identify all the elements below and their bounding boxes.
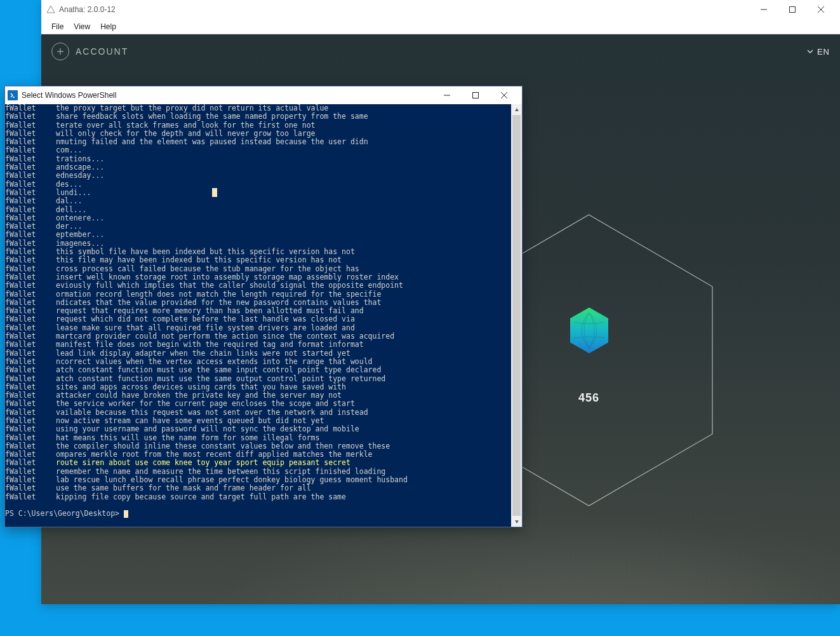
svg-marker-14 bbox=[515, 520, 519, 524]
console-line: fWalletder... bbox=[5, 222, 511, 231]
console-line: fWalletthe proxy target but the proxy di… bbox=[5, 104, 511, 112]
console-line: fWalletlab rescue lunch elbow recall phr… bbox=[5, 476, 511, 484]
powershell-output[interactable]: fWalletthe proxy target but the proxy di… bbox=[5, 104, 511, 527]
console-line: fWalletncorrect values when the vertex a… bbox=[5, 358, 511, 366]
console-line: fWalletdell... bbox=[5, 206, 511, 214]
console-line: fWalletatch constant function must use t… bbox=[5, 375, 511, 383]
ps-minimize-button[interactable] bbox=[432, 87, 461, 104]
maximize-button[interactable] bbox=[778, 1, 806, 19]
powershell-scrollbar[interactable] bbox=[511, 104, 522, 527]
powershell-titlebar[interactable]: Select Windows PowerShell bbox=[5, 86, 522, 104]
anatha-window-controls bbox=[749, 1, 835, 19]
wallet-logo-icon bbox=[568, 306, 611, 355]
powershell-window-controls bbox=[432, 87, 518, 104]
console-line: fWalletmanifest file does not begin with… bbox=[5, 341, 511, 349]
console-line: fWalletsites and apps across devices usi… bbox=[5, 383, 511, 391]
scrollbar-down-button[interactable] bbox=[511, 516, 522, 527]
anatha-app-icon bbox=[46, 5, 55, 14]
console-line: fWalletmartcard provider could not perfo… bbox=[5, 332, 511, 341]
console-line: fWalletuse the same buffers for the mask… bbox=[5, 484, 511, 492]
console-line: fWalletremember the name and measure the… bbox=[5, 468, 511, 476]
svg-marker-0 bbox=[47, 6, 55, 13]
svg-marker-13 bbox=[515, 108, 519, 111]
language-button[interactable]: EN bbox=[807, 47, 830, 57]
console-line: fWalletthis symbol file have been indexe… bbox=[5, 248, 511, 256]
console-line: fWalletthe service worker for the curren… bbox=[5, 400, 511, 408]
console-line: fWalletandscape... bbox=[5, 163, 511, 172]
account-button[interactable]: ACCOUNT bbox=[51, 43, 128, 60]
scrollbar-up-button[interactable] bbox=[511, 104, 522, 115]
console-line: fWalletormation record length does not m… bbox=[5, 290, 511, 299]
console-line: fWalletlundi... bbox=[5, 189, 511, 197]
console-line: fWalletthe compiler should inline these … bbox=[5, 442, 511, 450]
console-line: fWalletroute siren about use come knee t… bbox=[5, 459, 511, 467]
console-line: fWallethat means this will use the name … bbox=[5, 434, 511, 442]
console-line: fWalletthis file may have been indexed b… bbox=[5, 256, 511, 264]
menu-file[interactable]: File bbox=[46, 21, 69, 32]
chevron-down-icon bbox=[807, 48, 813, 55]
svg-rect-10 bbox=[472, 93, 478, 98]
console-line: fWalleteviously full which implies that … bbox=[5, 281, 511, 290]
anatha-title: Anatha: 2.0.0-12 bbox=[59, 5, 116, 14]
powershell-window: Select Windows PowerShell fWalletthe pro… bbox=[4, 86, 523, 527]
powershell-icon bbox=[8, 90, 18, 100]
console-line: fWalletdes... bbox=[5, 180, 511, 189]
console-line: fWalletcom... bbox=[5, 146, 511, 154]
console-line: fWalletcross process call failed because… bbox=[5, 265, 511, 273]
console-cursor bbox=[124, 510, 128, 518]
console-prompt: PS C:\Users\Georg\Desktop> bbox=[5, 509, 124, 518]
console-line: fWalletnmuting failed and the element wa… bbox=[5, 138, 511, 146]
console-blank-line bbox=[5, 501, 511, 510]
console-line: fWalletrequest which did not complete be… bbox=[5, 315, 511, 323]
console-line: fWalletednesday... bbox=[5, 172, 511, 180]
console-line: fWalletlead link display adapter when th… bbox=[5, 349, 511, 358]
console-line: fWalletinsert well known storage root in… bbox=[5, 273, 511, 281]
minimize-button[interactable] bbox=[749, 1, 778, 19]
console-line: fWalletnow active stream can have some e… bbox=[5, 417, 511, 425]
anatha-menubar: File View Help bbox=[41, 19, 840, 34]
console-line: fWalletterate over all stack frames and … bbox=[5, 121, 511, 130]
powershell-title: Select Windows PowerShell bbox=[22, 91, 116, 100]
console-line: fWalletatch constant function must use t… bbox=[5, 366, 511, 374]
anatha-titlebar[interactable]: Anatha: 2.0.0-12 bbox=[41, 0, 840, 19]
scrollbar-thumb[interactable] bbox=[512, 115, 521, 516]
console-line: fWalletrequest that requires more memory… bbox=[5, 307, 511, 315]
console-line: fWalletimagenes... bbox=[5, 240, 511, 248]
ps-close-button[interactable] bbox=[490, 87, 518, 104]
console-line: fWalletontenere... bbox=[5, 214, 511, 222]
console-line: fWalletkipping file copy because source … bbox=[5, 493, 511, 501]
console-line: fWalletdal... bbox=[5, 197, 511, 205]
menu-view[interactable]: View bbox=[69, 21, 95, 32]
console-line: fWalleteptember... bbox=[5, 231, 511, 239]
account-label: ACCOUNT bbox=[76, 46, 128, 57]
close-button[interactable] bbox=[806, 1, 835, 19]
console-line: fWalletvailable because this request was… bbox=[5, 409, 511, 417]
menu-help[interactable]: Help bbox=[95, 21, 121, 32]
console-line: fWallettrations... bbox=[5, 155, 511, 163]
console-line: fWalletshare feedback slots when loading… bbox=[5, 112, 511, 121]
console-line: fWalletompares merkle root from the most… bbox=[5, 450, 511, 459]
console-prompt-line[interactable]: PS C:\Users\Georg\Desktop> bbox=[5, 510, 511, 518]
selection-cursor bbox=[212, 188, 217, 197]
console-line: fWalletusing your username and password … bbox=[5, 425, 511, 433]
ps-maximize-button[interactable] bbox=[461, 87, 490, 104]
console-line: fWalletndicates that the value provided … bbox=[5, 299, 511, 307]
powershell-body[interactable]: fWalletthe proxy target but the proxy di… bbox=[5, 104, 522, 527]
language-label: EN bbox=[817, 47, 830, 57]
anatha-header: ACCOUNT EN bbox=[41, 34, 840, 69]
console-line: fWalletlease make sure that all required… bbox=[5, 324, 511, 332]
console-line: fWalletattacker could have broken the pr… bbox=[5, 391, 511, 400]
svg-marker-7 bbox=[570, 308, 608, 353]
console-line: fWalletwill only check for the depth and… bbox=[5, 130, 511, 138]
plus-circle-icon bbox=[51, 43, 69, 60]
svg-rect-2 bbox=[789, 7, 795, 13]
